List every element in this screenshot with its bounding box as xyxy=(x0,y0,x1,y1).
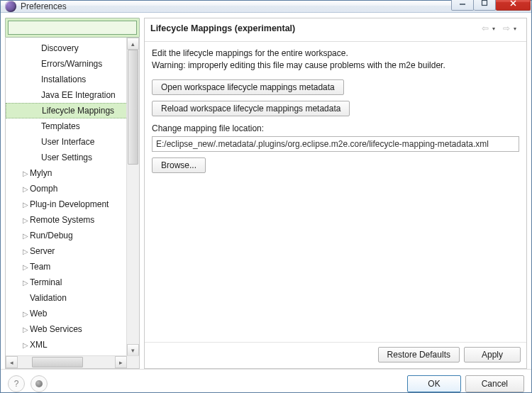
tree-item-label: Team xyxy=(30,262,50,272)
vertical-scroll-thumb[interactable] xyxy=(128,50,138,165)
window-title: Preferences xyxy=(21,1,451,11)
tree-item-label: User Settings xyxy=(41,153,92,162)
expand-triangle-icon[interactable]: ▷ xyxy=(21,341,30,349)
horizontal-scrollbar[interactable]: ◂ ▸ xyxy=(6,355,139,368)
tree-item-label: Web xyxy=(30,309,47,319)
description-line2: Warning: improperly editing this file ma… xyxy=(152,60,445,70)
tree-item-label: Mylyn xyxy=(30,168,52,178)
filter-input[interactable] xyxy=(8,21,137,35)
main-body: Edit the lifecycle mappings for the enti… xyxy=(145,42,526,342)
expand-triangle-icon[interactable]: ▷ xyxy=(21,170,30,177)
upper-area: DiscoveryErrors/WarningsInstallationsJav… xyxy=(1,13,531,369)
tree-item-plug-in-development[interactable]: ▷Plug-in Development xyxy=(6,196,139,212)
tree-item-discovery[interactable]: Discovery xyxy=(6,40,139,56)
tree-item-label: Server xyxy=(30,246,55,256)
path-input[interactable] xyxy=(152,136,519,152)
tree-item-templates[interactable]: Templates xyxy=(6,118,139,134)
tree-item-label: Lifecycle Mappings xyxy=(42,106,114,116)
expand-triangle-icon[interactable]: ▷ xyxy=(21,263,30,271)
expand-triangle-icon[interactable]: ▷ xyxy=(21,279,30,287)
ok-button[interactable]: OK xyxy=(407,375,460,392)
open-metadata-button[interactable]: Open workspace lifecycle mappings metada… xyxy=(152,79,344,95)
window-controls xyxy=(451,0,531,10)
browse-button[interactable]: Browse... xyxy=(152,157,206,173)
tree-item-web[interactable]: ▷Web xyxy=(6,306,139,321)
expand-triangle-icon[interactable]: ▷ xyxy=(21,201,30,209)
maximize-button[interactable] xyxy=(474,0,496,11)
close-button[interactable] xyxy=(496,0,531,11)
tree-item-xml[interactable]: ▷XML xyxy=(6,337,139,353)
tree-item-lifecycle-mappings[interactable]: Lifecycle Mappings xyxy=(6,103,139,118)
tree-item-label: Web Services xyxy=(30,324,82,334)
bottom-bar: ? OK Cancel xyxy=(1,369,531,393)
tree-item-web-services[interactable]: ▷Web Services xyxy=(6,321,139,337)
expand-triangle-icon[interactable]: ▷ xyxy=(21,216,30,224)
scroll-right-arrow-icon[interactable]: ▸ xyxy=(115,356,127,368)
tree-item-oomph[interactable]: ▷Oomph xyxy=(6,181,139,196)
client-area: DiscoveryErrors/WarningsInstallationsJav… xyxy=(1,13,531,393)
sidebar: DiscoveryErrors/WarningsInstallationsJav… xyxy=(5,18,140,369)
page-title: Lifecycle Mappings (experimental) xyxy=(150,23,480,33)
tree-item-label: Discovery xyxy=(41,43,79,53)
filter-box xyxy=(5,18,140,38)
tree-item-label: Remote Systems xyxy=(30,215,94,225)
cancel-button[interactable]: Cancel xyxy=(465,375,524,392)
nav-back-menu-icon[interactable]: ▾ xyxy=(492,26,499,32)
tree-item-label: XML xyxy=(30,340,48,350)
horizontal-scroll-thumb[interactable] xyxy=(32,357,83,367)
expand-triangle-icon[interactable]: ▷ xyxy=(21,310,30,318)
reload-metadata-button[interactable]: Reload workspace lifecycle mappings meta… xyxy=(152,101,350,116)
scroll-left-arrow-icon[interactable]: ◂ xyxy=(6,356,18,368)
scroll-down-arrow-icon[interactable]: ▾ xyxy=(127,344,139,356)
main-header: Lifecycle Mappings (experimental) ⇦ ▾ ⇨ … xyxy=(145,18,526,42)
help-icon[interactable]: ? xyxy=(8,375,25,392)
tree-item-errors-warnings[interactable]: Errors/Warnings xyxy=(6,56,139,72)
tree-item-run-debug[interactable]: ▷Run/Debug xyxy=(6,228,139,243)
oomph-record-icon[interactable] xyxy=(31,375,48,392)
svg-rect-1 xyxy=(482,1,487,6)
tree-item-validation[interactable]: Validation xyxy=(6,290,139,306)
expand-triangle-icon[interactable]: ▷ xyxy=(21,185,30,193)
tree-item-label: Oomph xyxy=(30,184,57,194)
tree-item-label: Installations xyxy=(41,74,86,84)
expand-triangle-icon[interactable]: ▷ xyxy=(21,326,30,333)
preferences-window: Preferences DiscoveryErrors/WarningsInst… xyxy=(0,0,532,393)
expand-triangle-icon[interactable]: ▷ xyxy=(21,248,30,255)
tree-item-terminal[interactable]: ▷Terminal xyxy=(6,275,139,290)
tree-item-user-interface[interactable]: User Interface xyxy=(6,134,139,150)
tree-item-java-ee-integration[interactable]: Java EE Integration xyxy=(6,87,139,103)
apply-button[interactable]: Apply xyxy=(464,347,521,362)
preferences-tree[interactable]: DiscoveryErrors/WarningsInstallationsJav… xyxy=(6,38,139,355)
titlebar: Preferences xyxy=(1,1,531,13)
tree-item-installations[interactable]: Installations xyxy=(6,72,139,87)
description-line1: Edit the lifecycle mappings for the enti… xyxy=(152,48,348,58)
nav-forward-icon[interactable]: ⇨ xyxy=(501,23,512,34)
scroll-corner xyxy=(127,356,139,368)
path-label: Change mapping file location: xyxy=(152,123,519,133)
tree-item-mylyn[interactable]: ▷Mylyn xyxy=(6,165,139,181)
tree-item-label: Terminal xyxy=(30,277,62,287)
tree-item-team[interactable]: ▷Team xyxy=(6,259,139,275)
tree-item-label: User Interface xyxy=(41,137,94,147)
nav-back-icon[interactable]: ⇦ xyxy=(480,23,491,34)
tree-item-label: Templates xyxy=(41,121,80,131)
tree-item-label: Errors/Warnings xyxy=(41,59,102,69)
nav-arrows: ⇦ ▾ ⇨ ▾ xyxy=(480,23,521,34)
expand-triangle-icon[interactable]: ▷ xyxy=(21,232,30,240)
minimize-button[interactable] xyxy=(451,0,474,11)
eclipse-icon xyxy=(5,1,16,12)
tree-item-server[interactable]: ▷Server xyxy=(6,243,139,259)
tree-wrap: DiscoveryErrors/WarningsInstallationsJav… xyxy=(5,38,140,369)
tree-item-remote-systems[interactable]: ▷Remote Systems xyxy=(6,212,139,228)
tree-item-label: Plug-in Development xyxy=(30,199,109,209)
main-footer: Restore Defaults Apply xyxy=(145,342,526,368)
nav-forward-menu-icon[interactable]: ▾ xyxy=(514,26,521,32)
vertical-scrollbar[interactable]: ▴ ▾ xyxy=(126,38,139,356)
tree-item-user-settings[interactable]: User Settings xyxy=(6,150,139,165)
main-panel: Lifecycle Mappings (experimental) ⇦ ▾ ⇨ … xyxy=(144,18,527,369)
restore-defaults-button[interactable]: Restore Defaults xyxy=(378,347,460,362)
scroll-up-arrow-icon[interactable]: ▴ xyxy=(127,38,139,50)
tree-item-label: Run/Debug xyxy=(30,231,73,240)
tree-item-label: Validation xyxy=(30,293,67,303)
description: Edit the lifecycle mappings for the enti… xyxy=(152,48,519,72)
